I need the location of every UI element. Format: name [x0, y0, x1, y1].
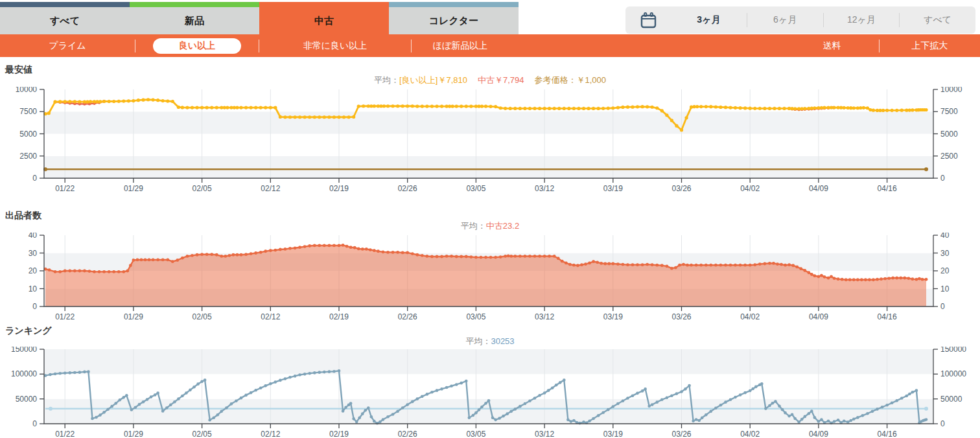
seller-count-average-caption: 平均：中古23.2	[0, 221, 980, 233]
time-range-selector: 3ヶ月 6ヶ月 12ヶ月 すべて	[625, 6, 975, 34]
sales-rank-chart[interactable]: 00500005000010000010000015000015000001/2…	[0, 347, 980, 438]
filter-good-or-better-label: 良い以上	[153, 38, 241, 54]
range-6-months-label: 6ヶ月	[773, 14, 797, 25]
svg-text:0: 0	[940, 174, 945, 183]
range-3-months[interactable]: 3ヶ月	[671, 14, 747, 26]
svg-text:03/12: 03/12	[535, 430, 554, 438]
svg-text:02/12: 02/12	[261, 312, 280, 321]
svg-text:02/26: 02/26	[398, 430, 417, 438]
svg-text:03/26: 03/26	[671, 312, 691, 321]
svg-text:03/26: 03/26	[671, 184, 691, 193]
svg-text:100000: 100000	[11, 369, 37, 378]
average-caption-part: 中古23.2	[486, 221, 519, 231]
tab-all[interactable]: すべて	[0, 2, 130, 34]
filter-good-or-better[interactable]: 良い以上	[135, 38, 259, 54]
svg-text:02/26: 02/26	[398, 312, 417, 321]
svg-text:40: 40	[29, 233, 38, 240]
range-all-label: すべて	[924, 14, 951, 25]
tab-collector[interactable]: コレクター	[389, 2, 519, 34]
svg-text:50000: 50000	[16, 395, 38, 404]
average-caption-part: [良い以上]￥7,810	[399, 75, 467, 85]
svg-text:03/19: 03/19	[603, 184, 623, 193]
average-caption-part: 30253	[491, 336, 514, 346]
range-6-months[interactable]: 6ヶ月	[747, 14, 823, 26]
average-caption-part: 中古￥7,794	[478, 75, 524, 85]
condition-tabs: すべて 新品 中古 コレクター	[0, 0, 519, 34]
svg-text:04/16: 04/16	[878, 184, 897, 193]
lowest-price-title: 最安値	[0, 63, 980, 75]
tab-used-label: 中古	[314, 15, 334, 27]
svg-text:150000: 150000	[11, 347, 37, 354]
svg-text:2500: 2500	[19, 152, 37, 161]
toggle-expand-vertical[interactable]: 上下拡大	[880, 40, 980, 52]
average-caption-part: 平均：	[465, 336, 491, 346]
tab-all-label: すべて	[50, 15, 80, 27]
seller-count-chart[interactable]: 00101020203030404001/2201/2902/0502/1202…	[0, 233, 980, 323]
svg-text:04/09: 04/09	[809, 312, 828, 321]
svg-text:02/12: 02/12	[261, 430, 280, 438]
svg-text:03/12: 03/12	[535, 184, 554, 193]
svg-text:10000: 10000	[940, 87, 962, 94]
svg-text:0: 0	[32, 302, 37, 311]
svg-text:03/12: 03/12	[535, 312, 554, 321]
svg-text:10: 10	[940, 284, 950, 294]
tab-new-label: 新品	[185, 15, 204, 27]
average-caption-part: 平均：	[374, 75, 399, 85]
svg-text:02/05: 02/05	[192, 430, 212, 438]
svg-text:5000: 5000	[19, 130, 37, 139]
svg-text:01/22: 01/22	[55, 184, 75, 193]
seller-count-section: 出品者数 平均：中古23.2 00101020203030404001/2201…	[0, 209, 980, 323]
svg-text:04/16: 04/16	[878, 312, 897, 321]
svg-text:100000: 100000	[940, 369, 966, 378]
svg-text:7500: 7500	[19, 107, 37, 116]
svg-text:02/26: 02/26	[398, 184, 417, 193]
svg-text:02/05: 02/05	[192, 312, 212, 321]
svg-text:5000: 5000	[940, 130, 958, 139]
calendar-icon	[625, 12, 671, 29]
condition-filter-bar: プライム 良い以上 非常に良い以上 ほぼ新品以上 送料 上下拡大	[0, 34, 980, 57]
svg-text:0: 0	[940, 302, 945, 311]
tab-collector-label: コレクター	[429, 15, 478, 27]
svg-text:20: 20	[29, 266, 38, 275]
svg-text:0: 0	[940, 419, 945, 428]
toggle-shipping-label: 送料	[823, 40, 841, 51]
svg-text:03/19: 03/19	[603, 312, 623, 321]
filter-prime[interactable]: プライム	[0, 40, 135, 52]
filter-like-new-or-better[interactable]: ほぼ新品以上	[412, 40, 509, 52]
svg-text:01/29: 01/29	[124, 184, 143, 193]
seller-count-title: 出品者数	[0, 209, 980, 221]
range-12-months-label: 12ヶ月	[847, 14, 876, 25]
svg-text:01/22: 01/22	[55, 430, 75, 438]
svg-text:02/19: 02/19	[329, 184, 349, 193]
tab-used[interactable]: 中古	[259, 2, 389, 34]
toggle-expand-vertical-label: 上下拡大	[912, 40, 948, 51]
sales-rank-average-caption: 平均：30253	[0, 336, 980, 347]
svg-text:02/19: 02/19	[329, 312, 349, 321]
filter-like-new-or-better-label: ほぼ新品以上	[433, 40, 488, 51]
range-12-months[interactable]: 12ヶ月	[824, 14, 900, 26]
sales-rank-section: ランキング 平均：30253 0050000500001000001000001…	[0, 325, 980, 438]
filter-very-good-or-better-label: 非常に良い以上	[303, 40, 368, 51]
svg-text:40: 40	[940, 233, 950, 240]
svg-text:03/19: 03/19	[603, 430, 623, 438]
svg-text:01/29: 01/29	[124, 312, 143, 321]
svg-text:04/16: 04/16	[878, 430, 897, 438]
average-caption-part: 参考価格：￥1,000	[535, 75, 607, 85]
svg-text:2500: 2500	[940, 152, 958, 161]
svg-text:01/29: 01/29	[124, 430, 143, 438]
tab-new[interactable]: 新品	[130, 2, 259, 34]
svg-text:03/05: 03/05	[466, 184, 485, 193]
svg-text:04/02: 04/02	[740, 184, 760, 193]
toggle-shipping[interactable]: 送料	[785, 40, 879, 52]
filter-very-good-or-better[interactable]: 非常に良い以上	[259, 40, 411, 52]
range-all[interactable]: すべて	[900, 14, 975, 26]
svg-text:03/05: 03/05	[466, 312, 485, 321]
filter-prime-label: プライム	[49, 40, 86, 51]
svg-text:0: 0	[32, 419, 37, 428]
lowest-price-average-caption: 平均：[良い以上]￥7,810中古￥7,794参考価格：￥1,000	[0, 75, 980, 87]
lowest-price-chart[interactable]: 00250025005000500075007500100001000001/2…	[0, 87, 980, 195]
svg-text:7500: 7500	[940, 107, 958, 116]
svg-text:04/09: 04/09	[809, 184, 828, 193]
svg-text:04/09: 04/09	[809, 430, 828, 438]
lowest-price-section: 最安値 平均：[良い以上]￥7,810中古￥7,794参考価格：￥1,000 0…	[0, 63, 980, 195]
